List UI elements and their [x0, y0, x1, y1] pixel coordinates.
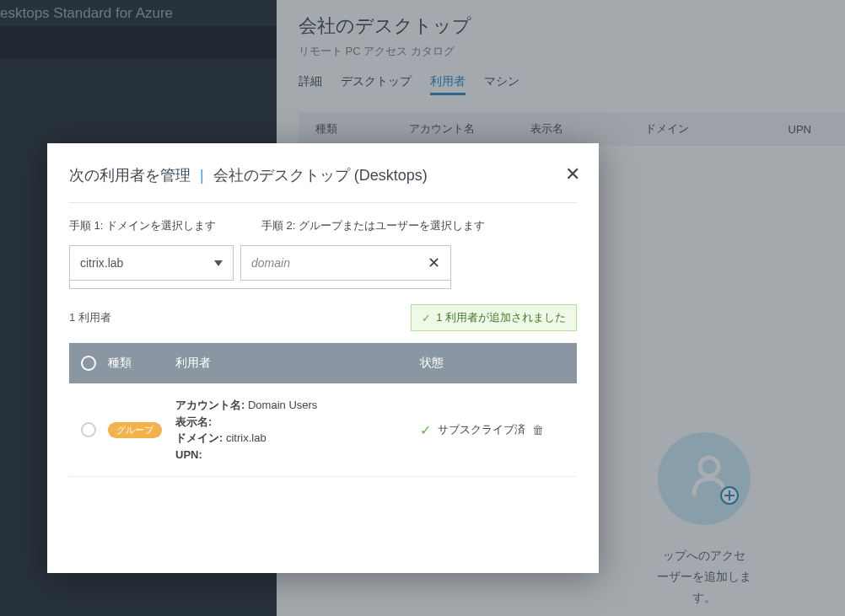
- check-icon: ✓: [422, 312, 431, 324]
- subscriber-table-header: 種類 利用者 状態: [69, 343, 577, 383]
- search-input-value: domain: [251, 256, 290, 270]
- modal-title: 次の利用者を管理 | 会社のデスクトップ (Desktops): [69, 165, 577, 185]
- subscribed-check-icon: ✓: [420, 422, 431, 438]
- domain-label: ドメイン:: [175, 431, 223, 444]
- added-banner-text: 1 利用者が追加されました: [436, 310, 566, 325]
- modal-title-prefix: 次の利用者を管理: [69, 167, 191, 184]
- select-all-checkbox[interactable]: [81, 356, 96, 371]
- domain-select-value: citrix.lab: [80, 256, 123, 270]
- account-value: Domain Users: [248, 399, 317, 411]
- row-checkbox[interactable]: [81, 422, 96, 437]
- clear-search-icon[interactable]: ✕: [428, 254, 440, 272]
- search-input[interactable]: domain ✕: [240, 245, 451, 281]
- modal-title-separator: |: [200, 167, 208, 184]
- close-icon[interactable]: ✕: [565, 163, 580, 185]
- col-subscriber-header: 利用者: [175, 356, 420, 371]
- subscriber-row: グループ アカウント名: Domain Users 表示名: ドメイン: cit…: [69, 383, 577, 477]
- group-badge: グループ: [108, 422, 162, 438]
- col-status-header: 状態: [420, 356, 577, 371]
- account-label: アカウント名:: [175, 399, 245, 411]
- domain-value: citrix.lab: [226, 431, 266, 444]
- added-banner: ✓ 1 利用者が追加されました: [411, 304, 577, 331]
- subscriber-count: 1 利用者: [69, 310, 111, 325]
- chevron-down-icon: [214, 260, 223, 266]
- col-kind-header: 種類: [108, 356, 175, 371]
- step1-label: 手順 1: ドメインを選択します: [69, 218, 238, 233]
- trash-icon[interactable]: 🗑: [532, 423, 544, 437]
- domain-select[interactable]: citrix.lab: [69, 245, 234, 281]
- display-label: 表示名:: [175, 415, 212, 428]
- status-text: サブスクライブ済: [438, 422, 525, 437]
- modal-title-catalog: 会社のデスクトップ (Desktops): [213, 167, 428, 184]
- dropdown-strip: [69, 281, 451, 289]
- upn-label: UPN:: [175, 448, 202, 461]
- step2-label: 手順 2: グループまたはユーザーを選択します: [261, 218, 485, 233]
- manage-subscribers-modal: 次の利用者を管理 | 会社のデスクトップ (Desktops) ✕ 手順 1: …: [47, 143, 599, 573]
